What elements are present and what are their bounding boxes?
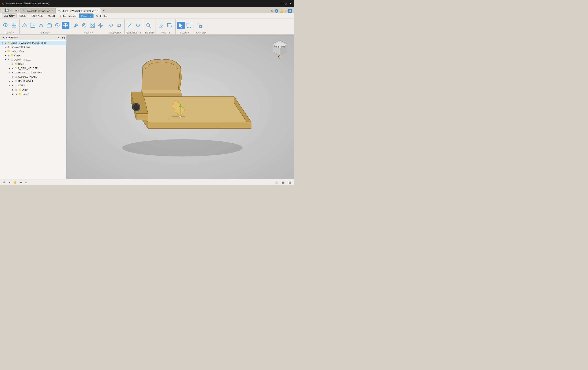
root-visibility-icon[interactable]: ● [4, 41, 7, 45]
position-dropdown-icon[interactable]: ▾ [205, 32, 206, 34]
user-avatar[interactable]: U [288, 9, 292, 13]
tree-item-root[interactable]: ▼ ● 📁 Jump Fit Wearable Joystick v1 ● [0, 41, 66, 45]
asm0003-visibility-icon[interactable]: ● [11, 75, 14, 79]
tree-item-housing[interactable]: ▶ ● □ HOUSING-2:1 [0, 79, 66, 83]
construct-btn1[interactable] [126, 22, 134, 29]
named-views-arrow[interactable]: ▶ [4, 50, 7, 53]
assemble-dropdown-icon[interactable]: ▾ [120, 32, 121, 34]
browser-collapse-icon[interactable]: ◀◀ [61, 37, 65, 39]
browser-settings-icon[interactable]: ⚙ [58, 36, 60, 39]
create-btn5[interactable] [53, 22, 61, 29]
cap-bodies-arrow[interactable]: ▶ [12, 92, 15, 96]
insert-dropdown-icon[interactable]: ▾ [169, 32, 170, 34]
tree-item-cell-holder[interactable]: ▶ ● ⬡ 2_CELL_HOLDER:1 [0, 66, 66, 70]
tree-item-nrf24[interactable]: ▶ ● ⬡ NRF24L01_ASM_ASM:1 [0, 70, 66, 75]
tab-plastic[interactable]: PLASTIC [79, 13, 94, 18]
cap-origin-arrow[interactable]: ▶ [12, 88, 15, 91]
menu-icon[interactable]: ☰ [1, 8, 4, 12]
modify-btn1[interactable] [72, 22, 80, 29]
select-btn2[interactable] [185, 22, 193, 29]
new-tab-button[interactable]: + [101, 8, 106, 13]
tree-item-cap-bodies[interactable]: ▶ ● 📁 Bodies [0, 92, 66, 96]
close-button[interactable]: ✕ [288, 1, 292, 5]
tab-surface[interactable]: SURFACE [29, 13, 45, 18]
housing-visibility-icon[interactable]: ● [11, 80, 14, 83]
statusbar-display-icon[interactable]: ▦ [281, 180, 286, 185]
tab-sheetmetal[interactable]: SHEET METAL [58, 13, 78, 18]
construct-dropdown-icon[interactable]: ▾ [140, 32, 141, 34]
assemble-btn1[interactable] [107, 22, 115, 29]
design-button[interactable]: DESIGN ▾ [2, 13, 17, 18]
statusbar-move-icon[interactable]: ✛ [2, 180, 6, 185]
tree-item-origin2[interactable]: ▶ ◉ 📁 Origin [0, 62, 66, 66]
tree-item-asm0003[interactable]: ▶ ● ⬡ ASM0003_ASM:1 [0, 75, 66, 79]
browser-back-arrow[interactable]: ◀ [2, 36, 5, 39]
jump-fit-arrow[interactable]: ▼ [4, 58, 7, 61]
modify-btn4[interactable] [97, 22, 105, 29]
statusbar-pan-icon[interactable]: ✋ [12, 180, 18, 185]
tree-item-named-views[interactable]: ▶ 📁 Named Views [0, 49, 66, 53]
origin1-arrow[interactable]: ▶ [4, 54, 7, 57]
save-icon[interactable]: 💾 [5, 8, 9, 12]
origin1-visibility-icon[interactable]: ◉ [7, 54, 10, 57]
create-btn2[interactable] [29, 22, 37, 29]
setup-btn2[interactable] [10, 21, 18, 30]
statusbar-view-icon[interactable]: ⬜ [274, 180, 279, 185]
statusbar-grid-icon[interactable]: ⊞ [7, 180, 12, 185]
help-icon[interactable]: ? [284, 9, 286, 13]
origin2-visibility-icon[interactable]: ◉ [11, 62, 14, 66]
create-btn3[interactable] [37, 22, 45, 29]
statusbar-zoom-out-icon[interactable]: ⊖ [24, 180, 28, 185]
asm0003-arrow[interactable]: ▶ [8, 75, 11, 78]
bell-icon[interactable]: 🔔 [280, 9, 283, 13]
tree-item-doc-settings[interactable]: ▶ ⚙ Document Settings [0, 45, 66, 49]
viewport[interactable]: RIGHT BACK X [67, 35, 294, 179]
tab-mesh[interactable]: MESH [46, 13, 57, 18]
modify-dropdown-icon[interactable]: ▾ [92, 32, 93, 34]
tab1-close[interactable]: ✕ [52, 10, 53, 12]
create-btn1[interactable] [21, 22, 29, 29]
tree-item-origin1[interactable]: ▶ ◉ 📁 Origin [0, 53, 66, 58]
create-btn4[interactable] [45, 22, 53, 29]
undo-dropdown-icon[interactable]: ▾ [13, 9, 14, 11]
cell-holder-arrow[interactable]: ▶ [8, 67, 11, 70]
redo-icon[interactable]: ↪ [15, 9, 17, 12]
cap-visibility-icon[interactable]: ● [11, 84, 14, 87]
cap-arrow[interactable]: ▼ [8, 84, 11, 87]
create-btn6[interactable] [62, 22, 69, 29]
tree-item-cap-origin[interactable]: ▶ ◉ 📁 Origin [0, 88, 66, 92]
construct-btn2[interactable] [134, 22, 142, 29]
tab2-close[interactable]: ✕ [97, 10, 98, 12]
maximize-button[interactable]: □ [284, 1, 288, 5]
statusbar-zoom-in-icon[interactable]: ⊕ [19, 180, 23, 185]
refresh-icon[interactable]: ↻ [271, 9, 273, 13]
select-dropdown-icon[interactable]: ▾ [188, 32, 189, 34]
create-dropdown-icon[interactable]: ▾ [49, 32, 50, 34]
statusbar-grid2-icon[interactable]: ▧ [287, 180, 292, 185]
inspect-dropdown-icon[interactable]: ▾ [153, 32, 155, 34]
undo-icon[interactable]: ↩ [10, 9, 12, 12]
setup-dropdown-icon[interactable]: ▾ [13, 32, 14, 34]
cap-origin-visibility-icon[interactable]: ◉ [15, 88, 18, 91]
position-btn1[interactable] [196, 22, 203, 29]
select-btn1[interactable] [177, 22, 185, 29]
tab-solid[interactable]: SOLID [17, 13, 29, 18]
nrf24-visibility-icon[interactable]: ● [11, 71, 14, 74]
minimize-button[interactable]: — [279, 1, 283, 5]
jump-fit-visibility-icon[interactable]: ● [7, 58, 10, 61]
assemble-btn2[interactable] [116, 22, 123, 29]
notification-count[interactable]: 1 [275, 9, 278, 13]
nrf24-arrow[interactable]: ▶ [8, 71, 11, 74]
setup-btn1[interactable] [1, 21, 10, 30]
doc-settings-arrow[interactable]: ▶ [4, 46, 7, 49]
viewcube[interactable]: RIGHT BACK X [270, 39, 290, 59]
inspect-btn1[interactable] [145, 22, 152, 29]
cell-holder-visibility-icon[interactable]: ● [11, 67, 14, 70]
modify-btn2[interactable] [80, 22, 88, 29]
origin2-arrow[interactable]: ▶ [8, 62, 11, 65]
root-expand-arrow[interactable]: ▼ [1, 41, 4, 44]
tab-jump-fit[interactable]: 🔧 Jump Fit Wearable Joystick v1* ✕ [56, 8, 101, 13]
insert-btn1[interactable] [157, 22, 165, 29]
tab-wearable-joystick[interactable]: 🔧 Wearable Joystick v2* ✕ [20, 8, 56, 13]
tab-utilities[interactable]: UTILITIES [94, 13, 110, 18]
